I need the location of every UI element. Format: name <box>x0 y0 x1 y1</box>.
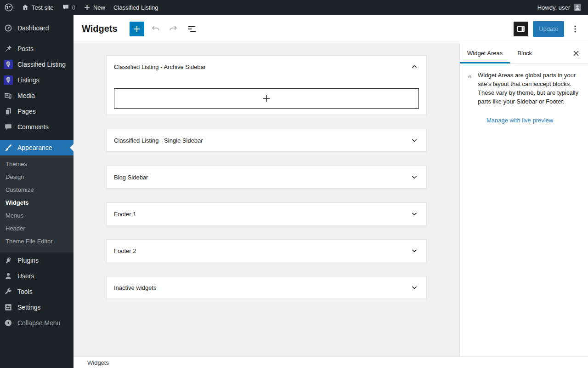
sidebar-item-posts[interactable]: Posts <box>0 41 74 57</box>
sliders-icon <box>4 303 13 312</box>
submenu-item-theme-file-editor[interactable]: Theme File Editor <box>0 235 74 248</box>
widget-areas-list: Classified Listing - Archive Sidebar Cla… <box>106 55 427 299</box>
howdy-text: Howdy, user <box>537 4 570 11</box>
sidebar-item-plugins[interactable]: Plugins <box>0 253 74 268</box>
chevron-down-icon <box>410 246 419 255</box>
undo-icon <box>150 24 160 34</box>
comments-icon <box>4 122 13 132</box>
widget-area-panel-archive-sidebar: Classified Listing - Archive Sidebar <box>106 55 427 115</box>
collapse-arrow-icon <box>4 318 13 328</box>
chevron-down-icon <box>410 136 419 145</box>
submenu-item-menus[interactable]: Menus <box>0 209 74 222</box>
admin-sidebar: Dashboard Posts @ Classified Listing @ L… <box>0 15 74 368</box>
widget-area-panel-single-sidebar: Classified Listing - Single Sidebar <box>106 129 427 152</box>
widget-area-body <box>107 88 426 115</box>
comments-bubble-link[interactable]: 0 <box>58 0 79 15</box>
sidebar-item-pages[interactable]: Pages <box>0 104 74 119</box>
sidebar-item-appearance[interactable]: Appearance <box>0 140 74 155</box>
widget-area-title: Footer 1 <box>114 211 136 218</box>
wordpress-logo[interactable] <box>0 0 17 15</box>
sidebar-item-settings[interactable]: Settings <box>0 299 74 315</box>
options-menu-button[interactable] <box>570 22 581 36</box>
site-name-link[interactable]: Test site <box>17 0 58 15</box>
plus-icon <box>261 93 271 104</box>
add-block-button[interactable] <box>114 88 419 109</box>
classified-listing-pin-icon: @ <box>4 75 13 85</box>
submenu-item-design[interactable]: Design <box>0 171 74 184</box>
classified-listing-adminbar-link[interactable]: Classified Listing <box>109 0 163 15</box>
comments-count: 0 <box>72 4 75 11</box>
page-title: Widgets <box>82 23 118 34</box>
svg-text:@: @ <box>7 62 10 65</box>
widget-area-panel-inactive-widgets: Inactive widgets <box>106 276 427 299</box>
settings-sidebar-toggle-button[interactable] <box>514 22 528 36</box>
block-inserter-button[interactable] <box>130 22 144 36</box>
chevron-down-icon <box>410 172 419 182</box>
dashboard-icon <box>4 23 13 33</box>
submenu-item-themes[interactable]: Themes <box>0 158 74 171</box>
media-icon <box>4 91 13 100</box>
sidebar-toggle-icon <box>516 24 526 34</box>
manage-live-preview-link[interactable]: Manage with live preview <box>486 117 553 124</box>
pushpin-icon <box>4 44 13 53</box>
widget-area-header[interactable]: Classified Listing - Single Sidebar <box>107 129 426 151</box>
comment-bubble-icon <box>62 4 69 11</box>
sidebar-item-media[interactable]: Media <box>0 88 74 104</box>
howdy-account-link[interactable]: Howdy, user <box>533 0 585 15</box>
user-icon <box>4 271 13 281</box>
widget-areas-description-text: Widget Areas are global parts in your si… <box>478 71 582 106</box>
avatar-person-icon <box>574 4 581 11</box>
paintbrush-icon <box>4 143 13 152</box>
widget-area-title: Classified Listing - Single Sidebar <box>114 137 203 144</box>
submenu-item-widgets[interactable]: Widgets <box>0 196 74 209</box>
tab-block[interactable]: Block <box>510 43 539 63</box>
widget-area-panel-footer-2: Footer 2 <box>106 239 427 262</box>
new-content-link[interactable]: New <box>79 0 109 15</box>
admin-bar: Test site 0 New Classified Listing Howdy… <box>0 0 588 15</box>
submenu-item-customize[interactable]: Customize <box>0 184 74 196</box>
sidebar-item-tools[interactable]: Tools <box>0 284 74 299</box>
chevron-down-icon <box>410 283 419 292</box>
widget-area-header[interactable]: Blog Sidebar <box>107 166 426 188</box>
editor-header: Widgets Update <box>74 15 588 43</box>
wordpress-logo-icon <box>4 3 13 12</box>
appearance-submenu: Themes Design Customize Widgets Menus He… <box>0 155 74 253</box>
tab-widget-areas[interactable]: Widget Areas <box>460 43 510 63</box>
editor-canvas: Classified Listing - Archive Sidebar Cla… <box>74 43 459 356</box>
svg-text:@: @ <box>7 77 10 81</box>
wrench-icon <box>4 287 13 296</box>
widget-area-header[interactable]: Footer 2 <box>107 240 426 262</box>
plugin-icon <box>4 256 13 265</box>
breadcrumb: Widgets <box>87 359 109 366</box>
widget-area-header[interactable]: Classified Listing - Archive Sidebar <box>107 56 426 78</box>
breadcrumb-bar: Widgets <box>74 356 588 368</box>
widget-area-panel-footer-1: Footer 1 <box>106 202 427 225</box>
chevron-down-icon <box>410 209 419 218</box>
pages-icon <box>4 107 13 116</box>
close-settings-button[interactable] <box>568 43 584 63</box>
sidebar-item-comments[interactable]: Comments <box>0 119 74 135</box>
update-button[interactable]: Update <box>533 21 564 37</box>
undo-button[interactable] <box>148 22 163 36</box>
widget-area-title: Classified Listing - Archive Sidebar <box>114 63 206 70</box>
sidebar-item-users[interactable]: Users <box>0 268 74 284</box>
widget-area-header[interactable]: Footer 1 <box>107 203 426 225</box>
widget-area-header[interactable]: Inactive widgets <box>107 276 426 299</box>
new-label: New <box>93 4 105 11</box>
plus-icon <box>84 4 90 11</box>
widget-area-title: Blog Sidebar <box>114 174 148 181</box>
document-overview-icon <box>187 24 197 34</box>
chevron-up-icon <box>410 62 419 71</box>
sidebar-item-classified-listing[interactable]: @ Classified Listing <box>0 57 74 72</box>
collapse-menu-button[interactable]: Collapse Menu <box>0 315 74 331</box>
document-overview-button[interactable] <box>185 22 199 36</box>
widget-area-title: Inactive widgets <box>114 284 157 291</box>
redo-button[interactable] <box>166 22 181 36</box>
classified-listing-pin-icon: @ <box>4 60 13 69</box>
sidebar-item-listings[interactable]: @ Listings <box>0 72 74 88</box>
sidebar-item-dashboard[interactable]: Dashboard <box>0 20 74 36</box>
kebab-menu-icon <box>571 24 580 34</box>
submenu-item-header[interactable]: Header <box>0 222 74 235</box>
widget-area-title: Footer 2 <box>114 247 136 254</box>
widget-areas-description: Widget Areas are global parts in your si… <box>460 63 588 106</box>
